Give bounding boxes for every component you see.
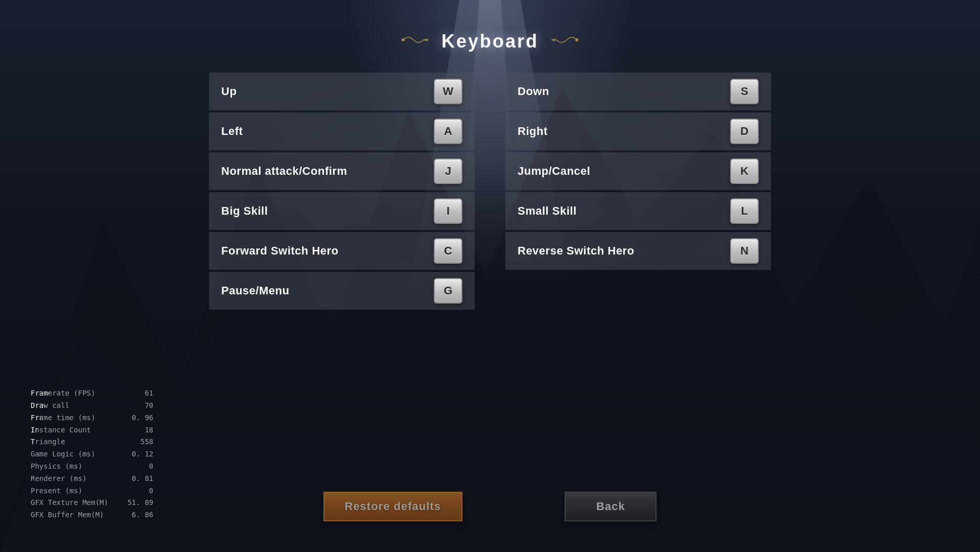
keybind-reverse-switch-key[interactable]: N: [730, 238, 759, 264]
right-column: Down S Right D Jump/Cancel K Small Skill…: [505, 73, 771, 312]
keybind-normal-attack-key[interactable]: J: [434, 158, 462, 184]
keybind-right-key[interactable]: D: [730, 119, 759, 144]
keybind-pause-menu: Pause/Menu G: [209, 272, 475, 310]
keybind-pause-menu-key[interactable]: G: [434, 278, 462, 304]
keybind-jump-cancel: Jump/Cancel K: [505, 152, 771, 190]
keybind-forward-switch: Forward Switch Hero C: [209, 232, 475, 270]
svg-point-2: [402, 38, 405, 41]
keybind-big-skill: Big Skill I: [209, 192, 475, 230]
keybind-up-key[interactable]: W: [434, 79, 462, 104]
svg-point-3: [575, 38, 578, 41]
page-title: Keyboard: [441, 31, 539, 52]
title-deco-left: [401, 32, 431, 51]
title-deco-right: [549, 32, 579, 51]
keybind-right-label: Right: [518, 125, 548, 138]
keybind-down: Down S: [505, 73, 771, 110]
keybind-up-label: Up: [221, 85, 237, 98]
keybindings-grid: Up W Left A Normal attack/Confirm J Big …: [209, 73, 771, 312]
keybind-down-key[interactable]: S: [730, 79, 759, 104]
keybind-left: Left A: [209, 112, 475, 150]
keybind-small-skill-label: Small Skill: [518, 204, 577, 218]
keybind-big-skill-key[interactable]: I: [434, 198, 462, 224]
title-container: Keyboard: [401, 31, 579, 52]
keybind-big-skill-label: Big Skill: [221, 204, 268, 218]
keybind-left-label: Left: [221, 125, 243, 138]
keybind-normal-attack: Normal attack/Confirm J: [209, 152, 475, 190]
keybind-right: Right D: [505, 112, 771, 150]
main-content: Keyboard Up W Left A Normal attack/Confi…: [0, 0, 980, 552]
keybind-down-label: Down: [518, 85, 549, 98]
left-column: Up W Left A Normal attack/Confirm J Big …: [209, 73, 475, 312]
keybind-jump-cancel-label: Jump/Cancel: [518, 165, 590, 178]
keybind-forward-switch-key[interactable]: C: [434, 238, 462, 264]
keybind-jump-cancel-key[interactable]: K: [730, 158, 759, 184]
keybind-normal-attack-label: Normal attack/Confirm: [221, 165, 347, 178]
keybind-reverse-switch: Reverse Switch Hero N: [505, 232, 771, 270]
keybind-reverse-switch-label: Reverse Switch Hero: [518, 244, 634, 258]
keybind-forward-switch-label: Forward Switch Hero: [221, 244, 339, 258]
keybind-left-key[interactable]: A: [434, 119, 462, 144]
keybind-up: Up W: [209, 73, 475, 110]
keybind-small-skill-key[interactable]: L: [730, 198, 759, 224]
keybind-small-skill: Small Skill L: [505, 192, 771, 230]
keybind-pause-menu-label: Pause/Menu: [221, 284, 289, 297]
